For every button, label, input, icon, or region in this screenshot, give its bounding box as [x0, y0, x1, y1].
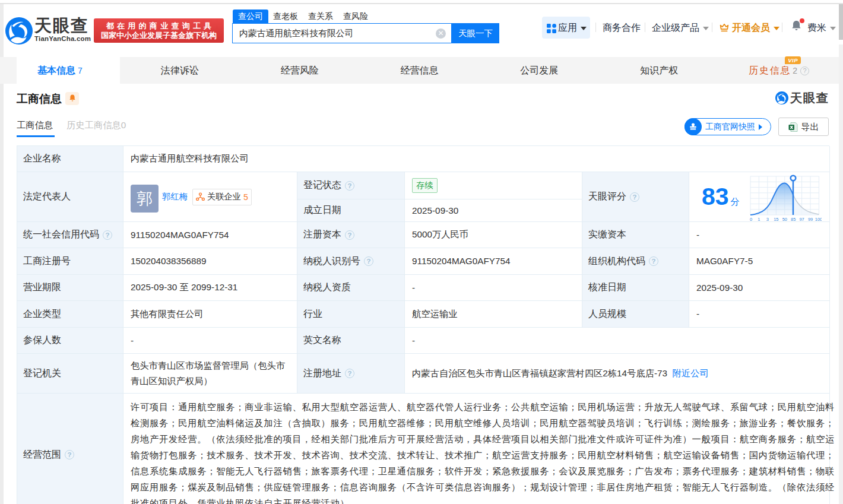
svg-text:50: 50 — [782, 217, 787, 221]
svg-text:3: 3 — [766, 217, 769, 221]
svg-text:15: 15 — [774, 217, 778, 221]
svg-text:100: 100 — [815, 217, 822, 221]
svg-text:97: 97 — [799, 217, 804, 221]
svg-text:1: 1 — [758, 217, 760, 221]
svg-text:85: 85 — [791, 217, 796, 221]
svg-text:0: 0 — [750, 217, 752, 221]
svg-text:99: 99 — [808, 217, 813, 221]
